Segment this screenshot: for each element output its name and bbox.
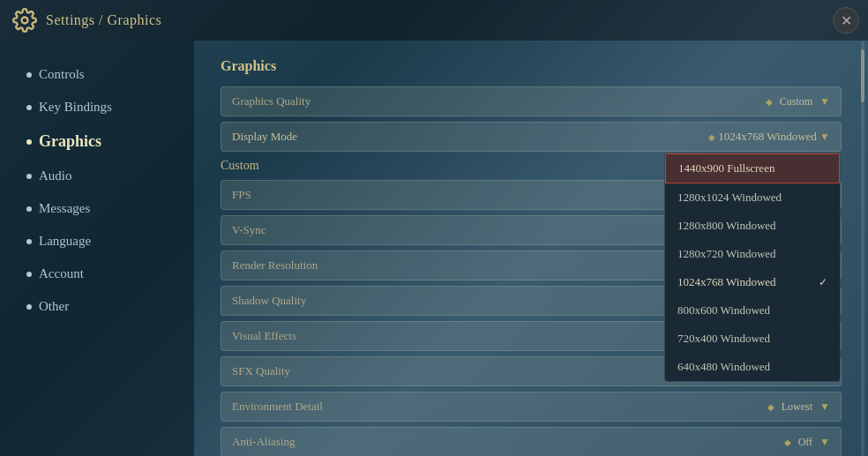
dropdown-item-1280x800[interactable]: 1280x800 Windowed [665,212,840,240]
display-mode-value-area: ◆ 1024x768 Windowed ▼ [708,130,830,144]
dropdown-item-label: 1280x1024 Windowed [677,191,782,205]
close-button[interactable]: ✕ [833,7,859,34]
render-resolution-label: Render Resolution [232,258,318,273]
dropdown-arrow-icon2: ▼ [819,131,830,143]
dropdown-item-640x480[interactable]: 640x480 Windowed [665,353,840,381]
environment-detail-value-area: ◆ Lowest ▼ [767,400,830,414]
sidebar-item-language[interactable]: Language [0,225,194,258]
aa-dropdown-arrow: ▼ [819,436,830,449]
dropdown-item-label: 1440x900 Fullscreen [678,161,774,176]
dropdown-item-label: 1280x800 Windowed [677,219,776,233]
dropdown-item-1280x720[interactable]: 1280x720 Windowed [665,240,840,268]
display-mode-dropdown: 1440x900 Fullscreen 1280x1024 Windowed 1… [664,153,841,382]
sidebar-label-other: Other [39,299,69,314]
shadow-quality-label: Shadow Quality [232,294,306,308]
sidebar-item-controls[interactable]: Controls [0,58,194,91]
svg-point-0 [22,18,28,24]
dot-icon [26,105,32,110]
graphics-quality-row[interactable]: Graphics Quality ◆ Custom ▼ [221,86,842,116]
scrollbar[interactable] [861,41,864,456]
sfx-quality-label: SFX Quality [232,364,290,378]
display-mode-row[interactable]: Display Mode ◆ 1024x768 Windowed ▼ 1440x… [221,122,842,152]
dropdown-item-800x600[interactable]: 800x600 Windowed [665,296,840,325]
left-diamond-icon: ◆ [766,97,773,107]
title-bar: Settings / Graphics ✕ [0,0,868,41]
main-container: Controls Key Bindings Graphics Audio Mes… [0,41,868,456]
anti-aliasing-value: Off [798,436,812,449]
dot-icon [26,206,32,212]
aa-left-diamond: ◆ [784,437,791,447]
sidebar: Controls Key Bindings Graphics Audio Mes… [0,41,194,456]
dropdown-item-720x400[interactable]: 720x400 Windowed [665,325,840,353]
sidebar-item-messages[interactable]: Messages [0,192,194,225]
dot-icon [26,272,32,277]
vsync-label: V-Sync [232,223,266,237]
sidebar-label-keybindings: Key Bindings [39,100,112,115]
sidebar-label-graphics: Graphics [39,132,101,151]
gear-icon [12,8,37,33]
anti-aliasing-row[interactable]: Anti-Aliasing ◆ Off ▼ [221,427,842,456]
dropdown-item-1024x768[interactable]: 1024x768 Windowed ✓ [665,268,840,296]
graphics-quality-label: Graphics Quality [232,94,311,108]
sidebar-label-language: Language [39,234,91,249]
sidebar-item-other[interactable]: Other [0,290,194,323]
sidebar-item-audio[interactable]: Audio [0,160,194,192]
display-mode-label: Display Mode [232,130,297,144]
sidebar-label-messages: Messages [39,201,90,216]
graphics-quality-value: Custom [780,95,812,108]
graphics-quality-value-area: ◆ Custom ▼ [766,95,830,108]
sidebar-item-keybindings[interactable]: Key Bindings [0,91,194,123]
left-diamond-icon2: ◆ [708,132,715,142]
sidebar-label-controls: Controls [39,67,85,82]
content-area: Graphics Graphics Quality ◆ Custom ▼ Dis… [194,41,868,456]
dropdown-item-label: 800x600 Windowed [677,303,770,318]
anti-aliasing-value-area: ◆ Off ▼ [784,436,830,449]
scrollbar-thumb[interactable] [861,49,864,102]
environment-detail-row[interactable]: Environment Detail ◆ Lowest ▼ [221,392,842,422]
title-text: Settings / Graphics [46,12,161,28]
anti-aliasing-label: Anti-Aliasing [232,435,296,449]
dropdown-item-1280x1024[interactable]: 1280x1024 Windowed [665,183,840,212]
sidebar-item-account[interactable]: Account [0,258,194,290]
dropdown-item-1440[interactable]: 1440x900 Fullscreen [665,153,840,183]
dot-icon [26,239,32,244]
dot-icon [26,174,32,179]
fps-label: FPS [232,188,251,202]
display-mode-value: 1024x768 Windowed [718,130,817,143]
dropdown-item-label: 1280x720 Windowed [677,247,776,261]
sidebar-label-audio: Audio [39,168,72,183]
dot-icon [26,72,32,78]
dropdown-item-label: 1024x768 Windowed [677,275,776,289]
dropdown-item-label: 720x400 Windowed [677,332,770,346]
dropdown-arrow-icon: ▼ [819,95,830,108]
visual-effects-label: Visual Effects [232,329,296,343]
sidebar-item-graphics[interactable]: Graphics [0,123,194,160]
dot-icon [26,139,32,145]
env-left-diamond: ◆ [767,402,774,412]
environment-detail-value: Lowest [782,400,812,414]
checkmark-icon: ✓ [819,276,827,289]
sidebar-label-account: Account [39,266,84,281]
dropdown-item-label: 640x480 Windowed [677,360,770,374]
environment-detail-label: Environment Detail [232,400,323,414]
section-title: Graphics [221,58,842,74]
env-dropdown-arrow: ▼ [819,400,830,414]
dot-icon [26,304,32,310]
